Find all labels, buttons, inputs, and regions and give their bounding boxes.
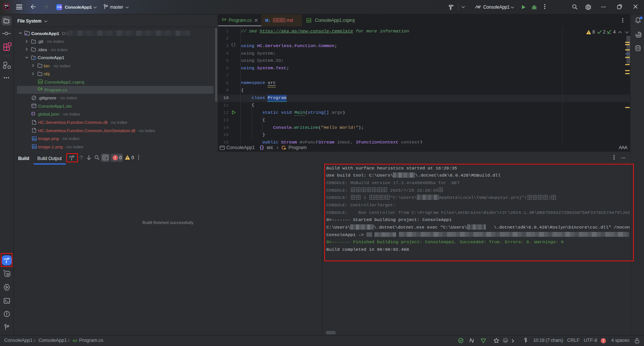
svg-text:C#: C# (307, 19, 311, 21)
svg-text:C#: C# (39, 81, 42, 83)
